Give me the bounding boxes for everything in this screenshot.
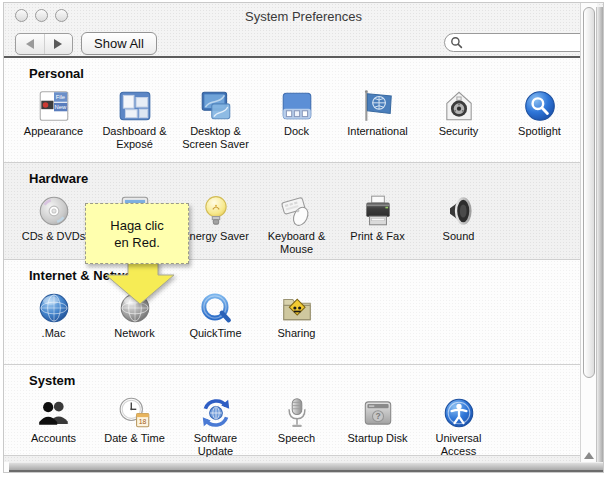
section-header: System bbox=[4, 365, 580, 389]
section-items-row: FileNewAppearanceDashboard & ExposéDeskt… bbox=[4, 88, 580, 151]
toolbar: Show All bbox=[4, 29, 603, 58]
dotmac-icon bbox=[36, 290, 72, 326]
pref-item-label: Sharing bbox=[278, 327, 316, 340]
pref-item-date-time[interactable]: 18Date & Time bbox=[94, 395, 175, 458]
speech-icon bbox=[279, 395, 315, 431]
pref-item-accounts[interactable]: Accounts bbox=[13, 395, 94, 458]
keyboard-mouse-icon bbox=[279, 193, 315, 229]
pref-item-security[interactable]: Security bbox=[418, 88, 499, 151]
pref-item-software-update[interactable]: Software Update bbox=[175, 395, 256, 458]
pref-item-label: International bbox=[347, 125, 408, 138]
pref-item-dashboard-expose[interactable]: Dashboard & Exposé bbox=[94, 88, 175, 151]
energy-saver-icon bbox=[198, 193, 234, 229]
section-band-personal: PersonalFileNewAppearanceDashboard & Exp… bbox=[4, 58, 580, 163]
pref-item-keyboard-mouse[interactable]: Keyboard & Mouse bbox=[256, 193, 337, 256]
callout-tooltip: Haga clic en Red. bbox=[85, 203, 189, 264]
callout-line1: Haga clic bbox=[110, 217, 163, 234]
callout-arrow-icon bbox=[105, 262, 175, 305]
pref-item-label: Print & Fax bbox=[350, 230, 404, 243]
zoom-button[interactable] bbox=[55, 9, 68, 22]
dock-icon bbox=[279, 88, 315, 124]
pref-item-dotmac[interactable]: .Mac bbox=[13, 290, 94, 340]
search-input[interactable] bbox=[463, 35, 589, 51]
pref-item-label: QuickTime bbox=[189, 327, 241, 340]
pref-item-label: Security bbox=[439, 125, 479, 138]
sharing-icon bbox=[279, 290, 315, 326]
pref-item-speech[interactable]: Speech bbox=[256, 395, 337, 458]
pref-item-label: Universal Access bbox=[418, 432, 499, 458]
section-items-row: Accounts18Date & TimeSoftware UpdateSpee… bbox=[4, 395, 580, 458]
universal-access-icon bbox=[441, 395, 477, 431]
close-button[interactable] bbox=[15, 9, 28, 22]
window-bottom-bar bbox=[9, 462, 603, 472]
pref-item-sharing[interactable]: Sharing bbox=[256, 290, 337, 340]
pref-item-sound[interactable]: Sound bbox=[418, 193, 499, 256]
section-band-system: SystemAccounts18Date & TimeSoftware Upda… bbox=[4, 365, 580, 456]
back-button[interactable] bbox=[16, 34, 45, 54]
date-time-icon: 18 bbox=[117, 395, 153, 431]
pref-item-label: Spotlight bbox=[518, 125, 561, 138]
startup-disk-icon: ? bbox=[360, 395, 396, 431]
spotlight-icon bbox=[522, 88, 558, 124]
scrollbar[interactable] bbox=[580, 3, 597, 472]
pref-item-label: Accounts bbox=[31, 432, 76, 445]
pref-item-label: Software Update bbox=[175, 432, 256, 458]
callout-line2: en Red. bbox=[114, 234, 160, 251]
scroll-up-icon[interactable] bbox=[584, 452, 594, 459]
pref-item-label: Speech bbox=[278, 432, 315, 445]
window-title: System Preferences bbox=[4, 9, 603, 24]
title-bar: System Preferences bbox=[4, 3, 603, 29]
pref-item-label: Energy Saver bbox=[182, 230, 249, 243]
pref-item-label: Network bbox=[114, 327, 154, 340]
sound-icon bbox=[441, 193, 477, 229]
pref-item-quicktime[interactable]: QuickTime bbox=[175, 290, 256, 340]
pref-item-label: Dock bbox=[284, 125, 309, 138]
pref-item-international[interactable]: International bbox=[337, 88, 418, 151]
pref-item-label: Sound bbox=[443, 230, 475, 243]
scrollbar-thumb[interactable] bbox=[583, 7, 595, 378]
pref-item-dock[interactable]: Dock bbox=[256, 88, 337, 151]
show-all-button[interactable]: Show All bbox=[81, 32, 157, 55]
international-icon bbox=[360, 88, 396, 124]
dashboard-expose-icon bbox=[117, 88, 153, 124]
svg-text:New: New bbox=[54, 104, 66, 110]
pref-item-label: .Mac bbox=[42, 327, 66, 340]
forward-button[interactable] bbox=[45, 34, 73, 54]
window-controls bbox=[15, 9, 68, 22]
pref-item-label: Dashboard & Exposé bbox=[94, 125, 175, 151]
search-icon bbox=[450, 36, 463, 49]
section-header: Personal bbox=[4, 58, 580, 82]
security-icon bbox=[441, 88, 477, 124]
window-right-edge bbox=[596, 7, 603, 462]
back-forward-control bbox=[15, 33, 73, 55]
back-arrow-icon bbox=[26, 39, 34, 49]
forward-arrow-icon bbox=[54, 39, 62, 49]
svg-text:File: File bbox=[55, 94, 64, 100]
cds-dvds-icon bbox=[36, 193, 72, 229]
pref-item-desktop-screensaver[interactable]: Desktop & Screen Saver bbox=[175, 88, 256, 151]
pref-item-appearance[interactable]: FileNewAppearance bbox=[13, 88, 94, 151]
accounts-icon bbox=[36, 395, 72, 431]
section-items-row: .MacNetworkQuickTimeSharing bbox=[4, 290, 580, 340]
print-fax-icon bbox=[360, 193, 396, 229]
section-band-internet-network: Internet & Network.MacNetworkQuickTimeSh… bbox=[4, 260, 580, 365]
desktop-screensaver-icon bbox=[198, 88, 234, 124]
svg-text:18: 18 bbox=[138, 418, 146, 425]
pref-item-startup-disk[interactable]: ?Startup Disk bbox=[337, 395, 418, 458]
system-preferences-window: System Preferences Show All PersonalFile… bbox=[3, 2, 604, 473]
search-field[interactable] bbox=[444, 33, 590, 52]
pref-item-label: Appearance bbox=[24, 125, 83, 138]
pref-item-print-fax[interactable]: Print & Fax bbox=[337, 193, 418, 256]
minimize-button[interactable] bbox=[35, 9, 48, 22]
pref-item-label: CDs & DVDs bbox=[22, 230, 86, 243]
pref-item-spotlight[interactable]: Spotlight bbox=[499, 88, 580, 151]
software-update-icon bbox=[198, 395, 234, 431]
pref-item-cds-dvds[interactable]: CDs & DVDs bbox=[13, 193, 94, 256]
appearance-icon: FileNew bbox=[36, 88, 72, 124]
pref-item-label: Keyboard & Mouse bbox=[256, 230, 337, 256]
pref-item-universal-access[interactable]: Universal Access bbox=[418, 395, 499, 458]
svg-text:?: ? bbox=[375, 411, 380, 421]
pref-item-label: Startup Disk bbox=[348, 432, 408, 445]
pref-item-label: Date & Time bbox=[104, 432, 165, 445]
quicktime-icon bbox=[198, 290, 234, 326]
